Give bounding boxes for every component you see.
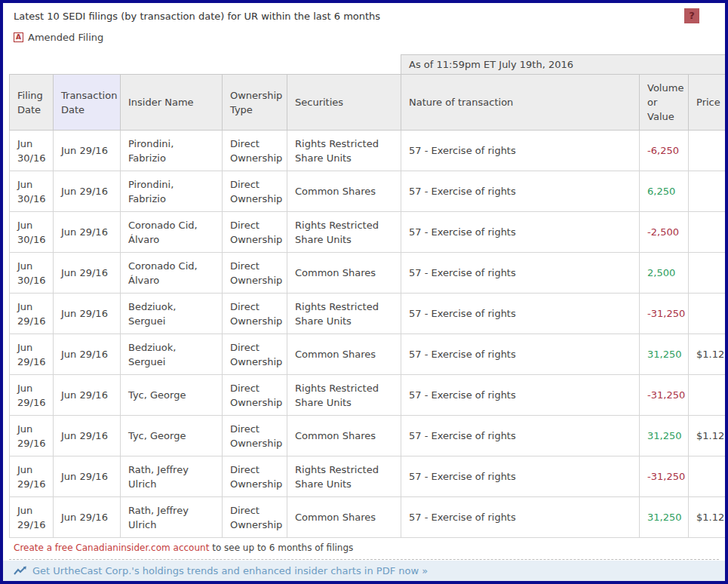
help-button[interactable]: ? <box>684 8 699 23</box>
cell-volume: 31,250 <box>640 334 689 375</box>
cell-price <box>689 253 726 294</box>
cell-nature: 57 - Exercise of rights <box>401 497 640 538</box>
table-row: Jun 30/16Jun 29/16Pirondini, FabrizioDir… <box>10 131 726 171</box>
column-header-volume-or-value[interactable]: Volume or Value <box>640 75 689 131</box>
table-row: Jun 29/16Jun 29/16Bedziuok, SergueiDirec… <box>10 294 726 334</box>
cell-filing-date: Jun 29/16 <box>10 334 54 375</box>
filings-table: As of 11:59pm ET July 19th, 2016 Filing … <box>9 54 726 538</box>
header-row: Filing Date Transaction Date Insider Nam… <box>10 75 726 131</box>
cell-securities: Common Shares <box>287 171 401 212</box>
cell-ownership-type: Direct Ownership <box>223 375 287 416</box>
cell-transaction-date: Jun 29/16 <box>54 212 121 253</box>
cell-ownership-type: Direct Ownership <box>223 294 287 334</box>
as-of-spacer <box>10 55 401 75</box>
cell-volume: -2,500 <box>640 212 689 253</box>
cell-nature: 57 - Exercise of rights <box>401 253 640 294</box>
cell-filing-date: Jun 30/16 <box>10 131 54 171</box>
cell-nature: 57 - Exercise of rights <box>401 456 640 497</box>
cell-volume: 2,500 <box>640 253 689 294</box>
cell-price <box>689 375 726 416</box>
table-row: Jun 30/16Jun 29/16Pirondini, FabrizioDir… <box>10 171 726 212</box>
cell-ownership-type: Direct Ownership <box>223 212 287 253</box>
cell-insider-name: Rath, Jeffrey Ulrich <box>121 456 223 497</box>
pdf-report-link[interactable]: Get UrtheCast Corp.'s holdings trends an… <box>32 565 428 576</box>
cell-ownership-type: Direct Ownership <box>223 171 287 212</box>
cell-transaction-date: Jun 29/16 <box>54 375 121 416</box>
cell-transaction-date: Jun 29/16 <box>54 416 121 456</box>
cell-transaction-date: Jun 29/16 <box>54 131 121 171</box>
cell-securities: Rights Restricted Share Units <box>287 375 401 416</box>
cell-insider-name: Pirondini, Fabrizio <box>121 131 223 171</box>
cell-insider-name: Coronado Cid, Álvaro <box>121 212 223 253</box>
cell-transaction-date: Jun 29/16 <box>54 253 121 294</box>
cell-insider-name: Tyc, George <box>121 416 223 456</box>
amended-filing-icon: A <box>14 32 23 42</box>
column-header-ownership-type[interactable]: Ownership Type <box>223 75 287 131</box>
table-row: Jun 30/16Jun 29/16Coronado Cid, ÁlvaroDi… <box>10 212 726 253</box>
cell-transaction-date: Jun 29/16 <box>54 456 121 497</box>
cell-insider-name: Rath, Jeffrey Ulrich <box>121 497 223 538</box>
cell-nature: 57 - Exercise of rights <box>401 334 640 375</box>
cell-filing-date: Jun 30/16 <box>10 212 54 253</box>
column-header-nature-of-transaction[interactable]: Nature of transaction <box>401 75 640 131</box>
amended-filing-legend: A Amended Filing <box>14 32 714 43</box>
cell-filing-date: Jun 29/16 <box>10 294 54 334</box>
cell-filing-date: Jun 29/16 <box>10 497 54 538</box>
cell-volume: -31,250 <box>640 294 689 334</box>
cell-securities: Common Shares <box>287 416 401 456</box>
as-of-label: As of 11:59pm ET July 19th, 2016 <box>401 55 726 75</box>
cell-ownership-type: Direct Ownership <box>223 497 287 538</box>
cell-ownership-type: Direct Ownership <box>223 334 287 375</box>
cell-price <box>689 171 726 212</box>
cell-price: $1.12 <box>689 497 726 538</box>
create-account-link[interactable]: Create a free Canadianinsider.com accoun… <box>14 543 209 553</box>
cell-securities: Common Shares <box>287 334 401 375</box>
column-header-securities[interactable]: Securities <box>287 75 401 131</box>
cell-filing-date: Jun 29/16 <box>10 416 54 456</box>
cell-filing-date: Jun 30/16 <box>10 171 54 212</box>
cell-volume: -6,250 <box>640 131 689 171</box>
cell-insider-name: Pirondini, Fabrizio <box>121 171 223 212</box>
cell-volume: 31,250 <box>640 497 689 538</box>
cell-filing-date: Jun 29/16 <box>10 456 54 497</box>
cell-securities: Common Shares <box>287 497 401 538</box>
cell-ownership-type: Direct Ownership <box>223 131 287 171</box>
cell-nature: 57 - Exercise of rights <box>401 294 640 334</box>
column-header-insider-name[interactable]: Insider Name <box>121 75 223 131</box>
cell-transaction-date: Jun 29/16 <box>54 497 121 538</box>
cell-securities: Common Shares <box>287 253 401 294</box>
cell-price: $1.12 <box>689 334 726 375</box>
cell-securities: Rights Restricted Share Units <box>287 131 401 171</box>
cell-filing-date: Jun 29/16 <box>10 375 54 416</box>
cell-price <box>689 212 726 253</box>
page-title: Latest 10 SEDI filings (by transaction d… <box>14 9 714 23</box>
trend-chart-icon <box>14 566 27 576</box>
as-of-row: As of 11:59pm ET July 19th, 2016 <box>10 55 726 75</box>
cell-nature: 57 - Exercise of rights <box>401 416 640 456</box>
cell-volume: 31,250 <box>640 416 689 456</box>
pdf-report-banner[interactable]: Get UrtheCast Corp.'s holdings trends an… <box>3 561 725 581</box>
cell-insider-name: Coronado Cid, Álvaro <box>121 253 223 294</box>
column-header-transaction-date[interactable]: Transaction Date <box>54 75 121 131</box>
cell-transaction-date: Jun 29/16 <box>54 171 121 212</box>
amended-filing-label: Amended Filing <box>28 32 103 43</box>
cell-volume: -31,250 <box>640 375 689 416</box>
table-row: Jun 29/16Jun 29/16Tyc, GeorgeDirect Owne… <box>10 375 726 416</box>
cell-insider-name: Tyc, George <box>121 375 223 416</box>
cell-ownership-type: Direct Ownership <box>223 456 287 497</box>
cell-nature: 57 - Exercise of rights <box>401 131 640 171</box>
table-row: Jun 29/16Jun 29/16Rath, Jeffrey UlrichDi… <box>10 497 726 538</box>
table-row: Jun 29/16Jun 29/16Tyc, GeorgeDirect Owne… <box>10 416 726 456</box>
column-header-filing-date[interactable]: Filing Date <box>10 75 54 131</box>
cell-insider-name: Bedziuok, Serguei <box>121 294 223 334</box>
widget-header: Latest 10 SEDI filings (by transaction d… <box>3 3 725 43</box>
cell-price <box>689 294 726 334</box>
account-promo-line: Create a free Canadianinsider.com accoun… <box>9 538 719 560</box>
cell-price <box>689 456 726 497</box>
cell-securities: Rights Restricted Share Units <box>287 212 401 253</box>
column-header-price[interactable]: Price <box>689 75 726 131</box>
cell-nature: 57 - Exercise of rights <box>401 375 640 416</box>
account-promo-rest: to see up to 6 months of filings <box>209 543 353 553</box>
sedi-filings-widget: Latest 10 SEDI filings (by transaction d… <box>0 0 728 584</box>
cell-insider-name: Bedziuok, Serguei <box>121 334 223 375</box>
